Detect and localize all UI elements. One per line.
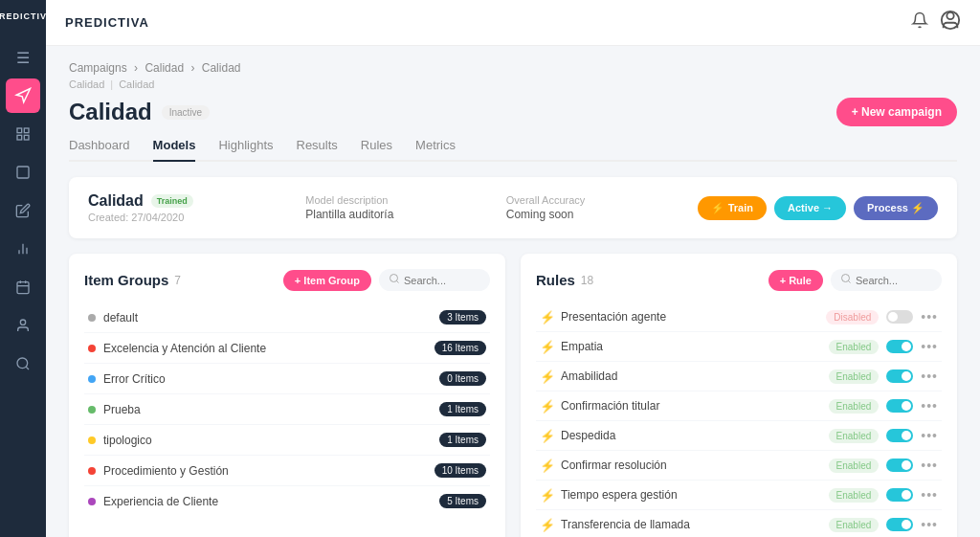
tab-highlights[interactable]: Highlights <box>218 138 273 162</box>
add-rule-button[interactable]: + Rule <box>768 270 823 291</box>
item-groups-title: Item Groups 7 <box>84 272 181 288</box>
bell-icon[interactable] <box>911 11 928 34</box>
rule-item: ⚡ Amabilidad Enabled ••• <box>536 362 942 392</box>
rule-status-badge: Enabled <box>829 518 880 532</box>
rule-toggle[interactable] <box>886 488 913 502</box>
item-name: default <box>103 311 138 324</box>
rule-item: ⚡ Despedida Enabled ••• <box>536 421 942 451</box>
rules-header: Rules 18 + Rule <box>536 269 942 291</box>
search-icon <box>840 273 852 287</box>
rule-name: Empatia <box>561 340 603 353</box>
bolt-icon: ⚡ <box>540 459 555 473</box>
svg-point-16 <box>947 12 953 19</box>
items-count-badge: 16 Items <box>434 341 486 355</box>
rule-name: Transferencia de llamada <box>561 518 690 531</box>
status-badge: Inactive <box>162 105 210 120</box>
item-name: Experiencia de Cliente <box>103 495 218 508</box>
sidebar-item-campaigns[interactable] <box>6 78 40 113</box>
rule-toggle[interactable] <box>886 310 913 324</box>
process-button[interactable]: Process ⚡ <box>854 196 938 220</box>
list-item: Procedimiento y Gestión 10 Items <box>84 456 490 486</box>
breadcrumb: Campaigns › Calidad › Calidad <box>69 61 957 75</box>
rule-menu-button[interactable]: ••• <box>921 398 938 414</box>
item-name: Prueba <box>103 403 141 416</box>
svg-line-14 <box>26 367 29 369</box>
bolt-icon: ⚡ <box>540 310 555 324</box>
sidebar-item-search[interactable] <box>6 347 40 381</box>
rule-item: ⚡ Tiempo espera gestión Enabled ••• <box>536 481 942 510</box>
rule-toggle[interactable] <box>886 459 913 472</box>
sidebar-item-grid[interactable] <box>6 117 40 151</box>
dot-icon <box>88 375 96 383</box>
item-name: tipologico <box>103 434 152 447</box>
items-count-badge: 3 Items <box>439 310 486 324</box>
tab-metrics[interactable]: Metrics <box>415 138 456 162</box>
rule-name: Confirmar resolución <box>561 459 667 472</box>
rule-toggle[interactable] <box>886 518 913 531</box>
topnav: PREDICTIVA <box>46 0 980 46</box>
rule-menu-button[interactable]: ••• <box>921 428 938 443</box>
list-item: Excelencia y Atención al Cliente 16 Item… <box>84 333 490 364</box>
rule-toggle[interactable] <box>886 369 913 383</box>
topnav-logo: PREDICTIVA <box>65 15 149 30</box>
bolt-icon: ⚡ <box>540 488 555 503</box>
item-groups-search-input[interactable] <box>404 275 480 286</box>
rule-status-badge: Enabled <box>829 399 880 414</box>
rule-toggle[interactable] <box>886 340 913 353</box>
rule-toggle[interactable] <box>886 399 913 413</box>
rule-menu-button[interactable]: ••• <box>921 517 938 532</box>
rules-search-input[interactable] <box>856 275 932 286</box>
tab-models[interactable]: Models <box>153 138 196 162</box>
topnav-left: PREDICTIVA <box>65 15 149 30</box>
train-button[interactable]: ⚡Train <box>698 196 767 220</box>
rule-toggle[interactable] <box>886 429 913 442</box>
rule-item: ⚡ Transferencia de llamada Enabled ••• <box>536 510 942 537</box>
dot-icon <box>88 498 96 505</box>
active-button[interactable]: Active → <box>774 196 846 220</box>
page-header-left: Calidad Inactive <box>69 99 210 125</box>
svg-point-12 <box>20 320 25 324</box>
rule-menu-button[interactable]: ••• <box>921 309 938 324</box>
rule-menu-button[interactable]: ••• <box>921 458 938 473</box>
add-item-group-button[interactable]: + Item Group <box>283 270 371 291</box>
page-header: Calidad Inactive + New campaign <box>69 98 957 126</box>
svg-rect-1 <box>24 128 29 133</box>
rules-search[interactable] <box>831 269 942 291</box>
rule-status-badge: Enabled <box>829 488 880 503</box>
sidebar-item-pencil[interactable] <box>6 193 40 228</box>
svg-point-17 <box>390 275 398 282</box>
model-card: Calidad Trained Created: 27/04/2020 Mode… <box>69 177 957 238</box>
sidebar-item-person[interactable] <box>6 308 40 343</box>
rule-status-badge: Disabled <box>826 310 879 324</box>
item-groups-header-right: + Item Group <box>283 269 490 291</box>
sidebar: PREDICTIVA ☰ <box>0 0 46 537</box>
item-name: Procedimiento y Gestión <box>103 464 229 478</box>
two-col-layout: Item Groups 7 + Item Group <box>69 254 957 537</box>
sidebar-item-box[interactable] <box>6 155 40 190</box>
tab-dashboard[interactable]: Dashboard <box>69 138 130 162</box>
item-name: Error Crítico <box>103 372 166 386</box>
rule-menu-button[interactable]: ••• <box>921 369 938 384</box>
svg-rect-4 <box>17 167 29 178</box>
model-created: Created: 27/04/2020 <box>88 212 193 223</box>
model-actions: ⚡Train Active → Process ⚡ <box>698 196 938 220</box>
sidebar-item-calendar[interactable] <box>6 270 40 304</box>
svg-rect-8 <box>17 282 29 294</box>
rule-menu-button[interactable]: ••• <box>921 339 938 354</box>
user-icon[interactable] <box>940 10 961 35</box>
model-trained-badge: Trained <box>151 194 193 208</box>
new-campaign-button[interactable]: + New campaign <box>836 98 957 126</box>
item-name: Excelencia y Atención al Cliente <box>103 342 266 355</box>
item-groups-search[interactable] <box>379 269 490 291</box>
rules-panel: Rules 18 + Rule <box>521 254 957 537</box>
rule-menu-button[interactable]: ••• <box>921 487 938 503</box>
rule-item: ⚡ Confirmación titular Enabled ••• <box>536 392 942 421</box>
rule-item: ⚡ Presentación agente Disabled ••• <box>536 302 942 332</box>
subbreadcrumb: Calidad | Calidad <box>69 78 957 90</box>
sidebar-item-chart[interactable] <box>6 232 40 266</box>
main-content: PREDICTIVA Campaigns › Calidad › Calidad… <box>46 0 980 537</box>
rule-name: Amabilidad <box>561 369 617 383</box>
tab-results[interactable]: Results <box>297 138 338 162</box>
tab-rules[interactable]: Rules <box>361 138 392 162</box>
sidebar-item-menu[interactable]: ☰ <box>6 40 40 75</box>
